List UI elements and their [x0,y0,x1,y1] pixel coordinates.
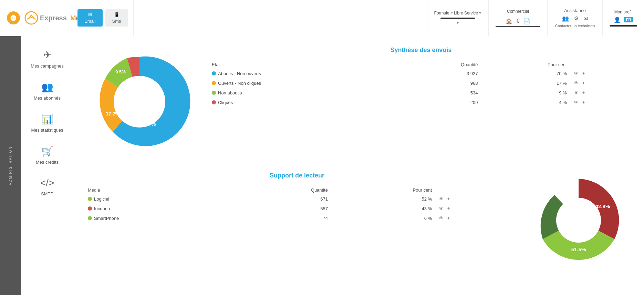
stats-icon: 📊 [41,113,53,125]
row-label: Cliqués [208,98,400,107]
table-row: Cliqués 209 4 % 👁 ✈ [208,98,634,107]
table-row: Aboutis - Non ouverts 3 927 70 % 👁 ✈ [208,69,634,78]
view-icon[interactable]: 👁 [439,215,444,221]
row-percent: 52 % [331,194,435,204]
smtp-label: SMTP [41,191,53,196]
support-row: Support de lecteur Média Quantité Pour c… [84,172,634,270]
mail-icon[interactable]: ✉ [583,15,588,22]
color-dot [88,206,92,211]
support-donut: 42.8% 51.5% [523,172,634,270]
home-icon[interactable]: 🏠 [506,18,512,24]
row-percent: 4 % [481,98,570,107]
support-title: Support de lecteur [84,172,510,179]
sidebar-item-credits[interactable]: 🛒 Mes crédits [21,139,74,171]
row-label: SmartPhone [84,213,236,223]
formule-bar [440,18,475,19]
sidebar: Administration [0,36,21,295]
support-col-percent: Pour cent [331,186,435,194]
svg-text:42.8%: 42.8% [595,203,610,209]
send-action-icon[interactable]: ✈ [581,100,585,105]
profile-section: Mon profil 👤 FR [602,0,644,36]
user-icon[interactable]: 👤 [614,17,621,23]
send-action-icon[interactable]: ✈ [446,215,450,221]
row-actions: 👁 ✈ [570,98,634,107]
send-icon: ✈ [43,49,51,61]
view-icon[interactable]: 👁 [574,71,579,76]
view-icon[interactable]: 👁 [439,206,444,211]
sidebar-item-statistiques[interactable]: 📊 Mes statistiques [21,107,74,139]
row-percent: 17 % [481,78,570,88]
sidebar-item-smtp[interactable]: </> SMTP [21,171,74,203]
profile-icons: 👤 FR [614,17,633,23]
abonnes-label: Mes abonnés [34,95,61,101]
view-icon[interactable]: 👁 [574,100,579,105]
sms-channel-button[interactable]: 📱 Sms [105,9,128,27]
profile-title: Mon profil [614,10,633,14]
formule-title: Formule « Libre Service » [434,11,481,16]
commercial-section: Commercial 🏠 € 📄 [488,0,547,36]
profile-bar [610,25,637,27]
sidebar-label: Administration [9,146,12,185]
synthese-col-quantite: Quantité [400,61,481,69]
credits-label: Mes crédits [36,160,59,165]
assistance-contact-link[interactable]: Contacter un technicien [555,24,595,28]
svg-text:51.5%: 51.5% [571,246,586,252]
formule-section[interactable]: Formule « Libre Service » ▼ [427,0,488,36]
row-quantity: 671 [236,194,331,204]
top-nav: Express M ailing ✉ Email 📱 Sms Formule «… [0,0,644,36]
euro-icon[interactable]: € [517,18,520,24]
color-dot [88,216,92,220]
users-icon[interactable]: 👥 [562,15,569,22]
support-section: Support de lecteur Média Quantité Pour c… [84,172,510,223]
color-dot [212,81,216,85]
sidebar-item-abonnes[interactable]: 👥 Mes abonnés [21,75,74,107]
lang-badge[interactable]: FR [624,17,633,22]
synthese-donut: 69.7% 17.2% 9.5% [84,47,195,158]
table-row: SmartPhone 74 6 % 👁 ✈ [84,213,510,223]
sms-label: Sms [112,19,121,24]
send-action-icon[interactable]: ✈ [581,90,585,95]
logo-icon [7,11,20,24]
color-dot [88,197,92,201]
row-actions: 👁 ✈ [435,213,510,223]
table-row: Logiciel 671 52 % 👁 ✈ [84,194,510,204]
svg-text:Express: Express [40,14,67,22]
sms-icon: 📱 [114,12,120,17]
view-icon[interactable]: 👁 [574,80,579,86]
table-row: Non aboutis 534 9 % 👁 ✈ [208,88,634,98]
left-nav: ✈ Mes campagnes 👥 Mes abonnés 📊 Mes stat… [21,36,74,295]
commercial-icons: 🏠 € 📄 [506,18,531,24]
view-icon[interactable]: 👁 [574,90,579,95]
row-percent: 6 % [331,213,435,223]
document-icon[interactable]: 📄 [523,18,530,24]
dropdown-arrow: ▼ [456,20,460,25]
row-label: Non aboutis [208,88,400,98]
support-col-quantite: Quantité [236,186,331,194]
assistance-title: Assistance [564,8,586,13]
sidebar-item-campagnes[interactable]: ✈ Mes campagnes [21,43,74,75]
row-quantity: 3 927 [400,69,481,78]
settings-icon[interactable]: ⚙ [574,15,579,22]
svg-point-4 [114,76,165,128]
send-action-icon[interactable]: ✈ [446,206,450,211]
svg-point-8 [556,198,601,243]
row-quantity: 557 [236,204,331,213]
code-icon: </> [40,177,54,189]
campagnes-label: Mes campagnes [31,63,63,69]
email-channel-button[interactable]: ✉ Email [77,9,103,27]
commercial-bar [496,26,540,27]
send-action-icon[interactable]: ✈ [446,196,450,202]
send-action-icon[interactable]: ✈ [581,80,585,86]
synthese-row: 69.7% 17.2% 9.5% Synthèse des envois Eta… [84,47,634,158]
svg-text:69.7%: 69.7% [140,121,156,127]
send-action-icon[interactable]: ✈ [581,71,585,76]
color-dot [212,100,216,104]
row-label: Logiciel [84,194,236,204]
logo-area: Express M ailing [0,0,72,36]
email-icon: ✉ [88,12,92,17]
view-icon[interactable]: 👁 [439,196,444,202]
row-label: Aboutis - Non ouverts [208,69,400,78]
row-quantity: 209 [400,98,481,107]
synthese-col-percent: Pour cent [481,61,570,69]
table-row: Ouverts - Non cliqués 968 17 % 👁 ✈ [208,78,634,88]
